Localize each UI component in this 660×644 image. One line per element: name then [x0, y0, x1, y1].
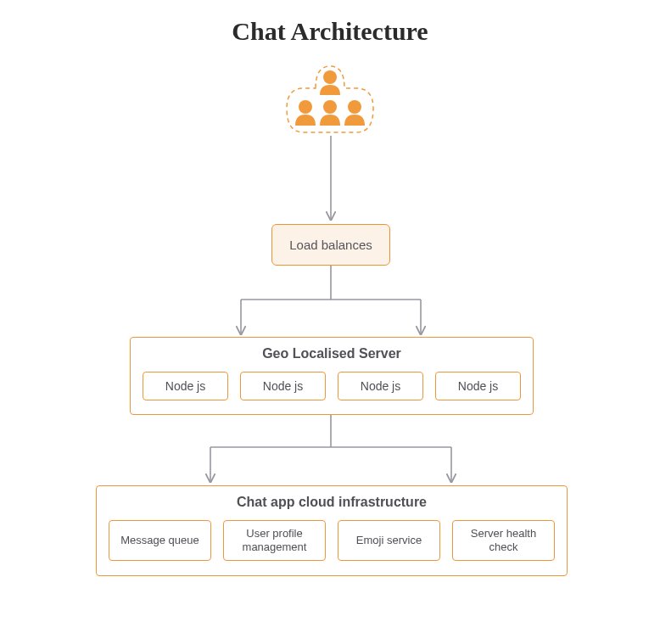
- svg-point-2: [323, 100, 337, 114]
- node-js-box: Node js: [338, 372, 423, 400]
- users-group-icon: [285, 63, 375, 136]
- service-health-check: Server health check: [452, 520, 555, 561]
- svg-point-0: [323, 70, 337, 84]
- service-message-queue: Message queue: [109, 520, 211, 561]
- cloud-infra-box: Chat app cloud infrastructure Message qu…: [96, 485, 568, 576]
- svg-point-3: [348, 100, 361, 114]
- node-js-box: Node js: [240, 372, 326, 400]
- arrow-users-to-lb: [322, 136, 339, 224]
- cloud-infra-services: Message queue User profile management Em…: [109, 520, 555, 561]
- service-user-profile: User profile management: [223, 520, 326, 561]
- load-balancer-label: Load balances: [289, 238, 372, 252]
- node-js-box: Node js: [435, 372, 521, 400]
- load-balancer-box: Load balances: [271, 224, 390, 266]
- svg-point-1: [299, 100, 312, 114]
- page-title: Chat Architecture: [0, 0, 660, 46]
- arrow-lb-to-geo: [229, 266, 433, 339]
- arrow-geo-to-cloud: [195, 415, 467, 486]
- geo-server-nodes: Node js Node js Node js Node js: [143, 372, 521, 400]
- geo-server-box: Geo Localised Server Node js Node js Nod…: [130, 337, 534, 415]
- cloud-infra-title: Chat app cloud infrastructure: [109, 495, 555, 510]
- geo-server-title: Geo Localised Server: [143, 346, 521, 361]
- node-js-box: Node js: [143, 372, 228, 400]
- service-emoji: Emoji service: [338, 520, 440, 561]
